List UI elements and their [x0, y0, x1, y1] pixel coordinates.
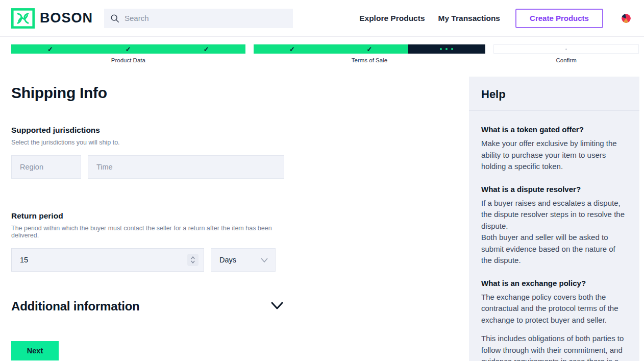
unit-select-value: Days [219, 256, 236, 264]
nav-link-explore-products[interactable]: Explore Products [359, 14, 425, 23]
active-step-dot [445, 48, 448, 50]
wallet-avatar[interactable] [622, 14, 631, 23]
nav-link-my-transactions[interactable]: My Transactions [438, 14, 500, 23]
chevron-down-icon [270, 301, 284, 310]
create-products-button[interactable]: Create Products [515, 9, 603, 28]
region-input[interactable] [11, 155, 81, 179]
chevron-down-icon [191, 260, 195, 263]
progress-group: ✓✓Terms of Sale [254, 44, 486, 63]
help-header: Help [469, 77, 639, 111]
help-section-title: What is an exchange policy? [481, 279, 627, 287]
progress-segment-done[interactable]: ✓ [11, 44, 89, 54]
return-period-label: Return period [11, 211, 285, 221]
progress-segment-done[interactable]: ✓ [167, 44, 245, 54]
check-icon: ✓ [204, 46, 209, 53]
nav-links: Explore Products My Transactions Create … [359, 9, 631, 28]
help-section-text: If a buyer raises and escalates a disput… [481, 198, 627, 267]
help-panel: Help What is a token gated offer? Make y… [469, 77, 639, 361]
avatar-icon [622, 14, 631, 23]
supported-jurisdictions-section: Supported jurisdictions Select the juris… [11, 126, 285, 179]
return-period-unit-select[interactable]: Days [211, 248, 276, 272]
boson-logo-icon [11, 8, 35, 29]
progress-segment-todo[interactable] [493, 44, 639, 54]
progress-group-label: Terms of Sale [254, 57, 486, 63]
help-section-dispute-resolver: What is a dispute resolver? If a buyer r… [481, 185, 627, 267]
time-input[interactable] [88, 155, 284, 179]
help-title: Help [481, 88, 627, 101]
main-form: Shipping Info Supported jurisdictions Se… [11, 77, 285, 360]
progress-group: ✓✓✓Product Data [11, 44, 245, 63]
jurisdictions-description: Select the jurisdictions you will ship t… [11, 139, 285, 146]
help-section-title: What is a dispute resolver? [481, 185, 627, 194]
active-step-dot [451, 48, 453, 50]
progress-segment-done[interactable]: ✓ [331, 44, 408, 54]
help-body: What is a token gated offer? Make your o… [469, 111, 639, 361]
number-stepper[interactable] [187, 254, 199, 266]
navbar: BOSON Explore Products My Transactions C… [0, 0, 644, 37]
active-step-dot [440, 48, 442, 50]
check-icon: ✓ [289, 46, 295, 53]
progress-group-label: Confirm [493, 57, 639, 63]
content: Shipping Info Supported jurisdictions Se… [0, 77, 644, 361]
check-icon: ✓ [126, 46, 131, 53]
chevron-up-icon [191, 256, 195, 259]
progress-bar: ✓✓✓Product Data✓✓Terms of SaleConfirm [11, 44, 639, 63]
check-icon: ✓ [47, 46, 53, 53]
page-title: Shipping Info [11, 84, 285, 102]
help-section-text: Make your offer exclusive by limiting th… [481, 138, 627, 173]
return-period-input-wrap [11, 248, 204, 272]
help-section-exchange-policy: What is an exchange policy? The exchange… [481, 279, 627, 361]
progress-segment-done[interactable]: ✓ [89, 44, 167, 54]
search-bar[interactable] [104, 9, 293, 28]
return-period-description: The period within which the buyer must c… [11, 225, 285, 239]
check-icon: ✓ [366, 46, 372, 53]
help-section-token-gated-offer: What is a token gated offer? Make your o… [481, 125, 627, 173]
next-button[interactable]: Next [11, 341, 59, 360]
return-period-section: Return period The period within which th… [11, 211, 285, 272]
progress-group-label: Product Data [11, 57, 245, 63]
additional-information-accordion[interactable]: Additional information [11, 299, 285, 314]
todo-step-dot [565, 49, 567, 50]
progress-group: Confirm [493, 44, 639, 63]
help-section-title: What is a token gated offer? [481, 125, 627, 134]
additional-info-toggle[interactable] [269, 300, 285, 313]
additional-information-label: Additional information [11, 299, 140, 314]
help-section-text: The exchange policy covers both the cont… [481, 292, 627, 326]
return-period-value-input[interactable] [20, 256, 187, 264]
progress-segment-active[interactable] [408, 44, 486, 54]
search-input[interactable] [125, 14, 287, 22]
search-icon [110, 14, 119, 23]
help-section-text: This includes obligations of both partie… [481, 333, 627, 361]
jurisdictions-label: Supported jurisdictions [11, 126, 285, 135]
progress-segment-done[interactable]: ✓ [254, 44, 331, 54]
brand-wordmark: BOSON [40, 10, 93, 26]
chevron-down-icon [261, 258, 268, 262]
brand-logo[interactable]: BOSON [11, 8, 93, 29]
